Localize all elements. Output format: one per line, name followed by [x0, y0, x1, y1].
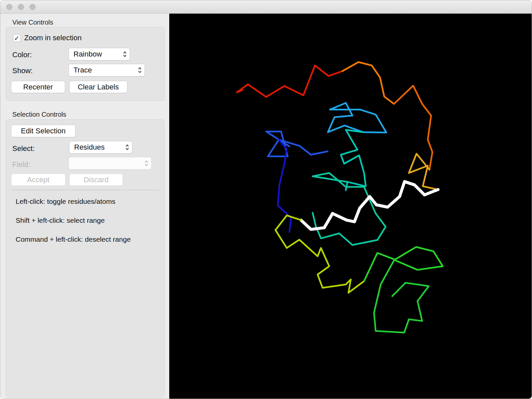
field-label: Field: — [12, 160, 30, 169]
sidebar: View Controls ✓ Zoom in selection Color:… — [0, 14, 169, 399]
titlebar — [0, 0, 532, 14]
chevron-up-down-icon — [125, 144, 129, 151]
chevron-up-down-icon — [123, 51, 127, 58]
show-label: Show: — [12, 66, 33, 75]
trace-segment-blue[interactable] — [266, 131, 328, 156]
color-select[interactable]: Rainbow — [68, 48, 130, 61]
protein-trace-svg — [169, 14, 532, 399]
color-select-value: Rainbow — [73, 48, 120, 60]
trace-segment-dark-orange[interactable] — [394, 86, 433, 170]
trace-segment-light-blue[interactable] — [328, 103, 386, 133]
edit-selection-button[interactable]: Edit Selection — [11, 125, 75, 137]
trace-segment-orange[interactable] — [342, 62, 394, 104]
zoom-button[interactable] — [30, 4, 36, 10]
trace-segment-red[interactable] — [237, 66, 342, 97]
help-line-left-click: Left-click: toggle residues/atoms — [16, 198, 115, 205]
trace-segment-teal-green[interactable] — [313, 173, 386, 245]
checkmark-icon: ✓ — [14, 35, 20, 42]
show-select[interactable]: Trace — [68, 64, 145, 76]
select-mode-select[interactable]: Residues — [69, 141, 132, 154]
app-window: View Controls ✓ Zoom in selection Color:… — [0, 0, 532, 399]
show-select-value: Trace — [73, 64, 135, 76]
clear-labels-button[interactable]: Clear Labels — [69, 81, 127, 93]
recenter-button[interactable]: Recenter — [11, 81, 65, 93]
close-button[interactable] — [6, 4, 12, 10]
minimize-button[interactable] — [18, 4, 24, 10]
selection-controls-label: Selection Controls — [12, 111, 66, 118]
trace-segment-white-selected[interactable] — [301, 182, 438, 229]
trace-segment-green-upper[interactable] — [364, 247, 443, 281]
color-label: Color: — [12, 51, 32, 59]
divider — [11, 190, 159, 190]
trace-segment-green-lower[interactable] — [374, 260, 429, 333]
zoom-selection-checkbox[interactable]: ✓ — [13, 34, 21, 42]
chevron-up-down-icon — [144, 160, 149, 167]
molecule-viewport[interactable] — [169, 14, 532, 399]
discard-button: Discard — [69, 174, 123, 186]
select-mode-value: Residues — [74, 141, 122, 153]
accept-button: Accept — [11, 174, 66, 186]
field-select — [68, 157, 152, 170]
chevron-up-down-icon — [138, 67, 142, 74]
view-controls-label: View Controls — [12, 19, 53, 26]
help-line-command-click: Command + left-click: deselect range — [16, 235, 131, 243]
zoom-selection-label: Zoom in selection — [24, 34, 81, 42]
select-label: Select: — [12, 144, 35, 153]
help-line-shift-click: Shift + left-click: select range — [16, 216, 105, 224]
